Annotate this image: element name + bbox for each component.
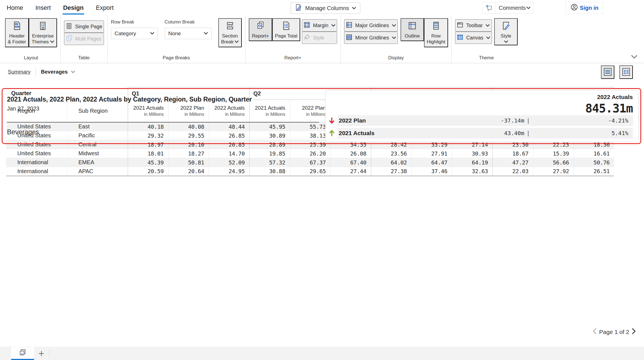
two-column-view-button[interactable] xyxy=(619,65,633,79)
theme-style-icon xyxy=(501,21,511,31)
ribbon-group-layout-label: Layout xyxy=(5,54,57,63)
header-footer-label-line2: & Footer xyxy=(8,39,26,44)
view-toggles xyxy=(601,65,633,79)
major-gridlines-button[interactable]: Major Gridlines xyxy=(344,19,398,32)
margin-label: Margin xyxy=(313,23,328,29)
chevron-down-icon xyxy=(526,7,531,9)
single-page-label: Single Page xyxy=(75,24,102,30)
value-cell: 27.91 xyxy=(411,149,452,158)
section-break-button[interactable]: Section Break xyxy=(218,18,242,47)
toolbar-icon xyxy=(457,22,463,30)
report-style-button[interactable]: Style xyxy=(302,32,337,44)
next-page-button[interactable] xyxy=(632,328,636,336)
menu-tab-home[interactable]: Home xyxy=(7,0,23,15)
table-row[interactable]: InternationalAPAC20.5920.6424.9530.8829.… xyxy=(6,167,614,176)
canvas-theme-button[interactable]: Canvas xyxy=(455,32,492,44)
report-page-tab[interactable] xyxy=(11,347,34,360)
plus-icon xyxy=(38,350,45,357)
report-plus-sign: + xyxy=(266,33,269,39)
bottom-tab-bar xyxy=(0,347,644,360)
value-cell: 45.39 xyxy=(128,158,168,167)
add-page-button[interactable] xyxy=(34,347,49,360)
canvas-theme-label: Canvas xyxy=(466,35,483,41)
value-cell: 27.38 xyxy=(371,167,411,176)
value-cell: 64.19 xyxy=(452,158,493,167)
column-break-select[interactable]: None xyxy=(165,28,212,39)
ribbon-group-report-plus: Report+ Page Total Margin xyxy=(245,15,341,63)
section-break-icon xyxy=(225,21,235,31)
outline-label: Outline xyxy=(405,33,420,39)
row-highlight-label-line2: Highlight xyxy=(427,39,445,44)
ribbon-group-display-label: Display xyxy=(344,54,448,63)
chevron-down-icon xyxy=(504,41,508,43)
section-break-label-line1: Section xyxy=(222,33,238,39)
value-cell: 27.92 xyxy=(533,167,574,176)
kpi-comparison-row: 2021 Actuals 43.40m| 5.41% xyxy=(329,128,633,138)
menu-tab-insert[interactable]: Insert xyxy=(35,0,51,15)
menu-tab-design[interactable]: Design xyxy=(63,0,84,15)
person-icon xyxy=(570,3,578,12)
ribbon-group-table: Single Page Multi Pages Table xyxy=(61,15,108,63)
multi-pages-button[interactable]: Multi Pages xyxy=(64,33,104,45)
sheet-tab-summary[interactable]: Summary xyxy=(8,69,30,75)
value-cell: 47.27 xyxy=(493,158,533,167)
sub-region-cell: Midwest xyxy=(67,149,128,158)
outline-button[interactable]: Outline xyxy=(401,18,424,41)
outline-icon xyxy=(408,21,417,31)
single-column-view-button[interactable] xyxy=(601,65,614,79)
menu-tab-export[interactable]: Export xyxy=(96,0,114,15)
single-page-icon xyxy=(66,23,72,31)
chevron-down-icon xyxy=(71,71,75,73)
value-cell: 64.47 xyxy=(411,158,452,167)
ribbon: Header & Footer Enterprise Themes Layout xyxy=(0,15,644,63)
minor-gridlines-icon xyxy=(346,34,352,42)
value-cell: 26.20 xyxy=(290,149,330,158)
value-cell: 67.37 xyxy=(290,158,330,167)
table-row[interactable]: InternationalEMEA45.3950.8152.0957.3267.… xyxy=(6,158,614,167)
comments-button[interactable]: Comments xyxy=(482,2,534,14)
value-cell: 14.70 xyxy=(209,149,249,158)
previous-page-button[interactable] xyxy=(593,328,596,336)
kpi-comparison-name: 2021 Actuals xyxy=(339,130,443,137)
header-footer-button[interactable]: Header & Footer xyxy=(5,18,29,47)
report-plus-label: Report xyxy=(252,33,266,39)
sign-in-label: Sign in xyxy=(580,5,598,11)
value-cell: 56.66 xyxy=(533,158,574,167)
sheet-tab-beverages[interactable]: Beverages xyxy=(41,69,75,75)
collapse-ribbon-button[interactable] xyxy=(631,55,638,60)
comments-label: Comments xyxy=(499,5,526,11)
sign-in-button[interactable]: Sign in xyxy=(566,2,603,14)
decrease-arrow-icon xyxy=(329,115,338,126)
region-cell: International xyxy=(6,167,67,176)
row-break-select[interactable]: Category xyxy=(111,28,158,39)
minor-gridlines-button[interactable]: Minor Gridlines xyxy=(344,32,398,44)
ribbon-group-table-label: Table xyxy=(64,54,104,63)
page-total-button[interactable]: Page Total xyxy=(272,18,300,41)
report-plus-button[interactable]: Report+ xyxy=(249,18,272,41)
chevron-down-icon xyxy=(50,41,54,43)
toolbar-theme-button[interactable]: Toolbar xyxy=(455,19,492,32)
report-plus-icon xyxy=(256,21,265,31)
kpi-separator: | xyxy=(527,130,530,137)
single-page-button[interactable]: Single Page xyxy=(64,20,104,33)
enterprise-themes-label-line1: Enterprise xyxy=(32,33,54,39)
theme-style-button[interactable]: Style xyxy=(494,18,518,45)
ribbon-group-page-breaks-label: Page Breaks xyxy=(111,54,242,63)
table-row[interactable]: United StatesMidwest18.0118.2714.7019.85… xyxy=(6,149,614,158)
kpi-separator: | xyxy=(527,117,530,124)
ribbon-group-theme-label: Theme xyxy=(455,54,518,63)
enterprise-themes-button[interactable]: Enterprise Themes xyxy=(29,18,57,47)
toolbar-theme-label: Toolbar xyxy=(466,23,483,29)
enterprise-themes-label-line2: Themes xyxy=(32,39,49,45)
sheet-tab-divider xyxy=(35,68,36,76)
ribbon-group-layout: Header & Footer Enterprise Themes Layout xyxy=(2,15,61,63)
value-cell: 20.64 xyxy=(168,167,209,176)
kpi-metric-label: 2022 Actuals xyxy=(329,94,633,100)
value-cell: 57.32 xyxy=(249,158,290,167)
manage-columns-label: Manage Columns xyxy=(305,5,349,11)
row-highlight-button[interactable]: Row Highlight xyxy=(424,18,448,47)
margin-button[interactable]: Margin xyxy=(302,19,337,32)
manage-columns-button[interactable]: Manage Columns xyxy=(291,3,360,14)
value-cell: 18.01 xyxy=(128,149,168,158)
sheet-tab-bar: Summary Beverages xyxy=(0,63,644,81)
